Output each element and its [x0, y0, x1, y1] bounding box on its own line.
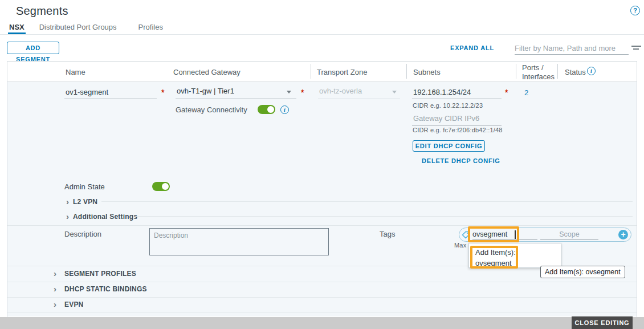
gateway-connectivity-label: Gateway Connectivity	[176, 105, 247, 114]
segment-name-input[interactable]	[64, 87, 157, 99]
column-divider	[406, 64, 407, 79]
page-title: Segments	[16, 5, 68, 18]
row-separator	[7, 225, 637, 226]
expand-all-button[interactable]: EXPAND ALL	[450, 44, 494, 51]
tag-scope-input[interactable]	[540, 229, 598, 239]
admin-state-toggle[interactable]	[152, 182, 170, 191]
section-separator	[7, 297, 637, 298]
tag-name-input[interactable]	[472, 229, 537, 239]
section-rule	[101, 201, 633, 202]
filter-input[interactable]	[515, 42, 629, 55]
footer-bar	[0, 317, 644, 329]
chevron-right-icon: ›	[54, 301, 56, 308]
text-cursor	[515, 230, 516, 239]
gateway-cidr-ipv6-input[interactable]	[412, 113, 502, 125]
edit-dhcp-config-button[interactable]: EDIT DHCP CONFIG	[413, 140, 485, 152]
chevron-right-icon: ›	[54, 270, 56, 277]
admin-state-label: Admin State	[64, 182, 105, 191]
add-segment-button[interactable]: ADD SEGMENT	[7, 42, 59, 54]
grid-header-separator	[7, 82, 637, 82]
close-editing-button[interactable]: CLOSE EDITING	[572, 316, 633, 329]
chevron-right-icon: ›	[66, 198, 69, 205]
add-item-tooltip: Add Item(s): ovsegment	[540, 266, 625, 278]
chevron-right-icon: ›	[66, 213, 69, 220]
add-tag-button[interactable]: +	[618, 230, 628, 239]
status-info-icon[interactable]: i	[587, 67, 596, 75]
ports-header-line1: Ports /	[522, 63, 555, 72]
delete-dhcp-config-link[interactable]: DELETE DHCP CONFIG	[422, 157, 500, 164]
tab-bar: NSX Distributed Port Groups Profiles	[0, 22, 644, 35]
filter-icon[interactable]	[631, 46, 641, 51]
tags-label: Tags	[380, 230, 395, 238]
description-textarea[interactable]	[149, 228, 329, 255]
column-header-status: Status	[565, 68, 586, 76]
chevron-down-icon	[392, 91, 397, 94]
transport-zone-value: ovh-tz-overla	[319, 87, 362, 95]
section-separator	[7, 282, 637, 282]
cidr-v6-hint: CIDR e.g. fc7e:f206:db42::1/48	[413, 127, 503, 133]
description-label: Description	[64, 230, 101, 238]
column-header-subnets: Subnets	[413, 68, 441, 76]
column-header-transport-zone: Transport Zone	[317, 68, 367, 76]
nsx-segments-page: Segments ? NSX Distributed Port Groups P…	[0, 0, 644, 329]
column-divider	[516, 64, 516, 79]
tags-max-hint: Max	[454, 242, 466, 249]
additional-settings-section-toggle[interactable]: Additional Settings	[73, 213, 137, 221]
column-header-connected-gateway: Connected Gateway	[173, 68, 241, 76]
tab-nsx[interactable]: NSX	[8, 22, 26, 34]
chevron-down-icon	[287, 91, 291, 94]
transport-zone-select: ovh-tz-overla	[318, 87, 400, 99]
ports-interfaces-value[interactable]: 2	[524, 88, 528, 97]
connected-gateway-select[interactable]: ovh-T1-gw | Tier1	[176, 87, 296, 99]
section-rule	[134, 216, 633, 217]
column-header-ports-interfaces: Ports / Interfaces	[522, 63, 555, 82]
chevron-right-icon: ›	[54, 286, 56, 293]
help-icon[interactable]: ?	[630, 6, 640, 15]
section-evpn[interactable]: EVPN	[64, 300, 83, 308]
cidr-v4-hint: CIDR e.g. 10.22.12.2/23	[413, 102, 483, 109]
column-divider	[311, 64, 311, 79]
tab-distributed-port-groups[interactable]: Distributed Port Groups	[38, 22, 118, 34]
column-divider	[557, 64, 558, 79]
required-marker: *	[505, 88, 508, 97]
gateway-cidr-input[interactable]	[412, 87, 502, 99]
section-segment-profiles[interactable]: SEGMENT PROFILES	[64, 270, 136, 278]
section-dhcp-static-bindings[interactable]: DHCP STATIC BINDINGS	[64, 285, 147, 293]
gateway-connectivity-info-icon[interactable]: i	[280, 105, 289, 114]
gateway-connectivity-toggle[interactable]	[258, 105, 275, 114]
required-marker: *	[301, 88, 304, 97]
tag-icon	[462, 231, 470, 239]
tag-suggestion-dropdown: Add Item(s): ovsegment	[468, 243, 561, 268]
tab-profiles[interactable]: Profiles	[137, 22, 164, 34]
tag-suggestion-item[interactable]: Add Item(s): ovsegment	[475, 247, 532, 269]
connected-gateway-value: ovh-T1-gw | Tier1	[177, 87, 234, 95]
section-separator	[7, 312, 637, 312]
l2vpn-section-toggle[interactable]: L2 VPN	[73, 198, 97, 206]
required-marker: *	[161, 88, 164, 97]
column-header-name: Name	[66, 68, 85, 76]
ports-header-line2: Interfaces	[522, 72, 555, 82]
